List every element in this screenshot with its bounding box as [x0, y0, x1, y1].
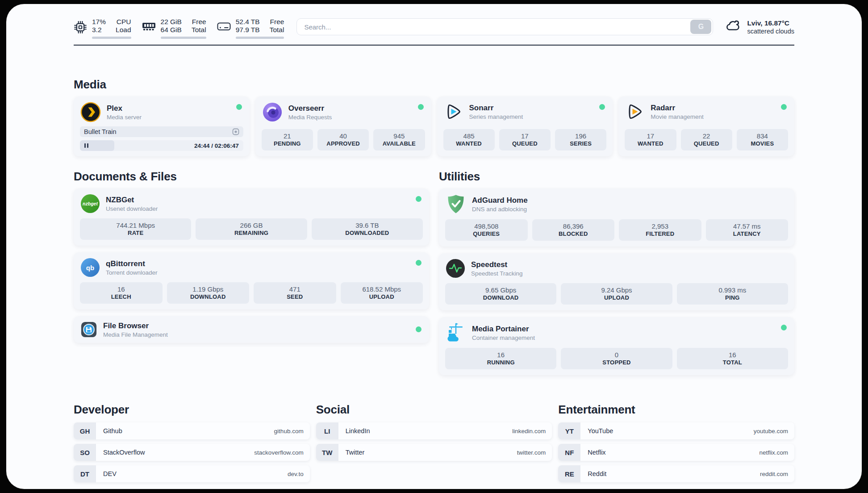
stat-total: 16 TOTAL: [677, 348, 788, 369]
app-subtitle: Torrent downloader: [106, 269, 158, 276]
link-abbr: GH: [74, 422, 96, 439]
stat-download: 1.19 Gbps DOWNLOAD: [167, 282, 250, 304]
link-reddit[interactable]: RE Reddit reddit.com: [558, 465, 794, 482]
stat-remaining: 266 GB REMAINING: [196, 218, 307, 240]
stat-blocked: 86,396 BLOCKED: [532, 219, 615, 241]
stat-queued: 17 QUEUED: [499, 129, 551, 150]
link-netflix[interactable]: NF Netflix netflix.com: [558, 444, 794, 461]
app-card-radarr[interactable]: Radarr Movie management 17 WANTED 22 QUE…: [618, 96, 794, 156]
app-title: Speedtest: [471, 260, 523, 269]
weather-location-temp: Lviv, 16.87°C: [747, 19, 794, 27]
app-card-nzbget[interactable]: nzbget NZBGet Usenet downloader 744.: [74, 188, 429, 246]
app-card-adguard[interactable]: AdGuard Home DNS and adblocking 498,508 …: [439, 188, 794, 246]
stat-leech: 16 LEECH: [80, 282, 163, 304]
section-title-media: Media: [74, 78, 794, 92]
app-subtitle: Media Requests: [288, 113, 332, 121]
speedtest-icon: [446, 259, 465, 278]
stat-stopped: 0 STOPPED: [561, 348, 672, 369]
cpu-load-label: Load: [116, 26, 131, 34]
stat-available: 945 AVAILABLE: [373, 129, 425, 150]
stat-wanted: 17 WANTED: [625, 129, 676, 150]
disk-icon: [217, 21, 231, 39]
cast-icon: [232, 128, 239, 135]
google-search-button[interactable]: G: [690, 20, 711, 34]
link-linkedin[interactable]: LI LinkedIn linkedin.com: [316, 422, 552, 439]
svg-text:nzbget: nzbget: [83, 201, 98, 206]
now-playing-title: Bullet Train: [84, 128, 232, 135]
stat-wanted: 485 WANTED: [443, 129, 495, 150]
ram-free-label: Free: [192, 18, 206, 26]
app-card-portainer[interactable]: Media Portainer Container management 16 …: [439, 317, 794, 375]
ram-free-value: 22 GiB: [161, 18, 182, 26]
stat-downloaded: 39.6 TB DOWNLOADED: [312, 218, 423, 240]
dashboard-window: 17% CPU 3.2 Load: [6, 4, 862, 489]
stat-filtered: 2,953 FILTERED: [619, 219, 701, 241]
stat-queries: 498,508 QUERIES: [445, 219, 528, 241]
app-subtitle: Media File Management: [103, 331, 168, 338]
link-abbr: SO: [74, 444, 96, 461]
app-subtitle: Movie management: [651, 113, 704, 121]
app-subtitle: Speedtest Tracking: [471, 270, 523, 277]
app-title: AdGuard Home: [472, 196, 528, 205]
disk-total-value: 97.9 TB: [236, 26, 260, 34]
section-title-entertainment: Entertainment: [558, 403, 794, 417]
stat-ping: 0.993 ms PING: [677, 283, 788, 305]
stat-latency: 47.57 ms LATENCY: [706, 219, 789, 241]
app-card-speedtest[interactable]: Speedtest Speedtest Tracking 9.65 Gbps D…: [439, 253, 794, 310]
weather-widget: Lviv, 16.87°C scattered clouds: [725, 19, 794, 35]
ram-total-label: Total: [192, 26, 206, 34]
stat-series: 196 SERIES: [555, 129, 606, 150]
app-card-overseerr[interactable]: Overseerr Media Requests 21 PENDING 40 A…: [255, 96, 431, 156]
memory-widget: 22 GiB Free 64 GiB Total: [142, 18, 206, 39]
ram-total-value: 64 GiB: [161, 26, 182, 34]
stat-queued: 22 QUEUED: [681, 129, 732, 150]
adguard-icon: [446, 194, 466, 214]
cpu-icon: [74, 21, 87, 39]
weather-condition: scattered clouds: [747, 27, 794, 35]
portainer-icon: [446, 322, 466, 343]
status-dot: [416, 196, 421, 202]
header-divider: [74, 45, 794, 46]
now-playing-row: Bullet Train: [80, 126, 243, 137]
link-abbr: NF: [558, 444, 580, 461]
app-title: Media Portainer: [472, 324, 535, 334]
app-title: Sonarr: [469, 103, 523, 113]
playback-progress-bar[interactable]: 24:44 / 02:06:47: [80, 140, 243, 151]
ram-progress-bar: [161, 37, 206, 39]
cpu-progress-bar: [92, 37, 131, 39]
link-dev[interactable]: DT DEV dev.to: [74, 465, 310, 482]
link-github[interactable]: GH Github github.com: [74, 422, 310, 439]
link-twitter[interactable]: TW Twitter twitter.com: [316, 444, 552, 461]
app-card-plex[interactable]: Plex Media server Bullet Train: [74, 96, 250, 156]
stat-rate: 744.21 Mbps RATE: [80, 218, 191, 240]
app-card-filebrowser[interactable]: File Browser Media File Management: [74, 316, 429, 343]
app-title: Plex: [107, 104, 142, 113]
app-card-sonarr[interactable]: Sonarr Series management 485 WANTED 17 Q…: [437, 96, 613, 156]
app-subtitle: Media server: [107, 113, 142, 121]
nzbget-icon: nzbget: [80, 194, 100, 213]
app-subtitle: Usenet downloader: [106, 205, 158, 213]
status-dot: [416, 260, 421, 266]
link-abbr: DT: [74, 465, 96, 482]
link-stackoverflow[interactable]: SO StackOverflow stackoverflow.com: [74, 444, 310, 461]
section-title-developer: Developer: [74, 403, 310, 417]
link-youtube[interactable]: YT YouTube youtube.com: [558, 422, 794, 439]
search-input[interactable]: [297, 23, 690, 31]
status-dot: [781, 325, 787, 330]
app-subtitle: Container management: [472, 334, 535, 342]
app-card-qbittorrent[interactable]: qb qBittorrent Torrent downloader 16: [74, 252, 429, 309]
cpu-load-value: 3.2: [92, 26, 106, 34]
svg-text:qb: qb: [86, 264, 94, 272]
stat-approved: 40 APPROVED: [317, 129, 369, 150]
app-title: Overseerr: [288, 104, 332, 113]
disk-progress-bar: [236, 37, 284, 39]
app-title: File Browser: [103, 321, 168, 330]
status-dot: [781, 104, 787, 110]
disk-total-label: Total: [270, 26, 284, 34]
app-subtitle: DNS and adblocking: [472, 205, 528, 213]
status-dot: [236, 104, 242, 110]
stat-pending: 21 PENDING: [262, 129, 313, 150]
link-abbr: YT: [558, 422, 580, 439]
cpu-usage-value: 17%: [92, 18, 106, 26]
pause-icon: [84, 143, 88, 148]
